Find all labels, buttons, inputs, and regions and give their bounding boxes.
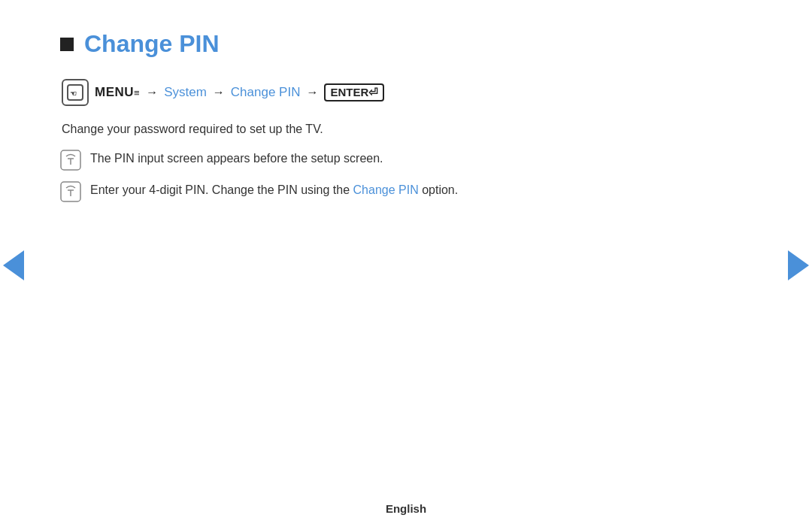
note-text-1: The PIN input screen appears before the … xyxy=(90,150,383,168)
main-content: Change PIN ☜ MENU≡ → System → Change PIN… xyxy=(0,0,812,202)
svg-text:☜: ☜ xyxy=(70,89,77,98)
menu-path: ☜ MENU≡ → System → Change PIN → ENTER⏎ xyxy=(62,79,752,106)
note-icon-2 xyxy=(60,181,81,202)
note-row-1: The PIN input screen appears before the … xyxy=(60,150,752,171)
arrow-1: → xyxy=(146,86,158,99)
enter-icon: ENTER⏎ xyxy=(324,83,384,101)
change-pin-label: Change PIN xyxy=(231,85,301,100)
system-label: System xyxy=(164,85,207,100)
note-icon-1 xyxy=(60,150,81,171)
arrow-3: → xyxy=(306,86,318,99)
title-square-icon xyxy=(60,38,74,51)
note-2-highlight: Change PIN xyxy=(353,183,419,196)
left-arrow-icon xyxy=(3,250,24,280)
footer-language: English xyxy=(386,502,426,515)
note-row-2: Enter your 4-digit PIN. Change the PIN u… xyxy=(60,181,752,202)
description-text: Change your password required to set up … xyxy=(62,123,752,136)
menu-icon: ☜ xyxy=(62,79,89,106)
note-2-after: option. xyxy=(419,183,458,196)
right-arrow-icon xyxy=(788,250,809,280)
title-row: Change PIN xyxy=(60,30,752,58)
menu-label: MENU≡ xyxy=(95,85,140,100)
note-text-2: Enter your 4-digit PIN. Change the PIN u… xyxy=(90,181,458,199)
next-page-button[interactable] xyxy=(785,243,812,288)
page-title: Change PIN xyxy=(84,30,220,58)
prev-page-button[interactable] xyxy=(0,243,27,288)
note-2-before: Enter your 4-digit PIN. Change the PIN u… xyxy=(90,183,353,196)
arrow-2: → xyxy=(213,86,225,99)
